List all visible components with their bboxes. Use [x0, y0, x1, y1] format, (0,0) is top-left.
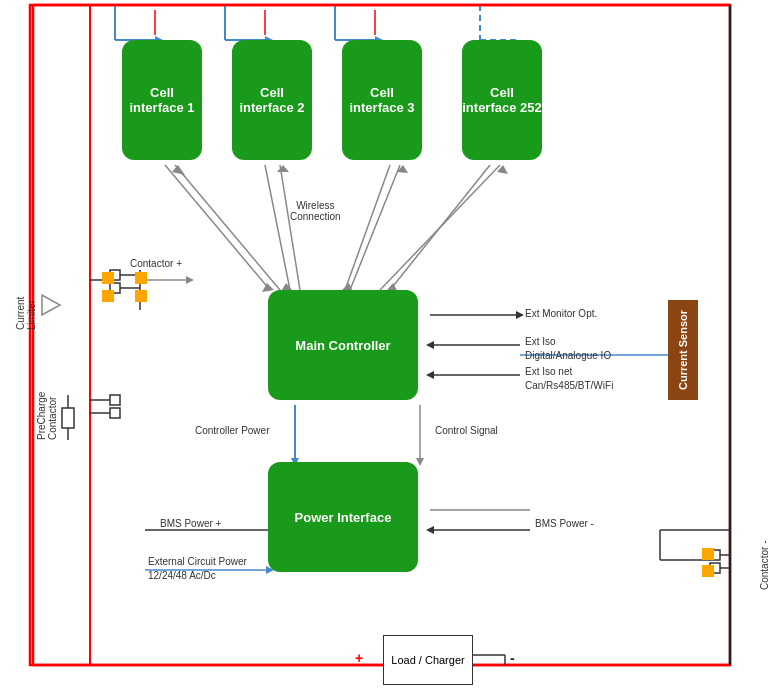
svg-marker-30: [277, 165, 289, 172]
svg-line-31: [350, 165, 400, 290]
svg-marker-53: [42, 295, 60, 315]
svg-rect-60: [110, 395, 120, 405]
svg-line-19: [165, 165, 270, 290]
svg-rect-68: [710, 563, 720, 573]
svg-line-23: [345, 165, 390, 290]
svg-marker-44: [416, 458, 424, 466]
svg-line-27: [175, 165, 280, 290]
svg-rect-82: [702, 565, 714, 577]
svg-line-29: [280, 165, 300, 290]
current-limiter-label: Current Limiter: [15, 270, 37, 330]
svg-marker-38: [426, 341, 434, 349]
svg-marker-47: [426, 526, 434, 534]
cell-interface-2: Cell interface 2: [232, 40, 312, 160]
svg-marker-40: [426, 371, 434, 379]
minus-symbol: -: [510, 650, 515, 666]
svg-rect-78: [102, 290, 114, 302]
svg-rect-65: [62, 408, 74, 428]
wireless-connection-label: WirelessConnection: [290, 200, 341, 222]
svg-marker-84: [186, 276, 194, 284]
cell-interface-3: Cell interface 3: [342, 40, 422, 160]
svg-line-21: [265, 165, 290, 290]
external-circuit-power-label: External Circuit Power12/24/48 Ac/Dc: [148, 555, 247, 583]
main-controller: Main Controller: [268, 290, 418, 400]
svg-marker-20: [262, 283, 274, 292]
ext-monitor-label: Ext Monitor Opt.: [525, 308, 597, 319]
svg-marker-28: [172, 165, 185, 175]
cell-interface-252: Cell interface 252: [462, 40, 542, 160]
load-charger-box: Load / Charger: [383, 635, 473, 685]
svg-marker-36: [516, 311, 524, 319]
bms-power-plus-label: BMS Power +: [160, 518, 221, 529]
svg-rect-67: [710, 550, 720, 560]
ext-iso-net-label: Ext Iso netCan/Rs485/BT/WiFi: [525, 365, 613, 393]
svg-rect-56: [110, 283, 120, 293]
control-signal-label: Control Signal: [435, 425, 498, 436]
controller-power-label: Controller Power: [195, 425, 269, 436]
svg-rect-55: [110, 270, 120, 280]
plus-symbol: +: [355, 650, 363, 666]
svg-line-33: [380, 165, 500, 290]
svg-rect-79: [135, 272, 147, 284]
ext-iso-digital-label: Ext IsoDigital/Analogue IO: [525, 335, 611, 363]
precharge-contactor-label: PreCharge Contactor: [36, 360, 58, 440]
svg-rect-81: [702, 548, 714, 560]
svg-rect-61: [110, 408, 120, 418]
diagram: Cell interface 1 Cell interface 2 Cell i…: [0, 0, 775, 696]
svg-rect-77: [102, 272, 114, 284]
svg-line-25: [390, 165, 490, 290]
contactor-plus-label: Contactor +: [130, 258, 182, 269]
bms-power-minus-label: BMS Power -: [535, 518, 594, 529]
power-interface: Power Interface: [268, 462, 418, 572]
svg-marker-34: [497, 165, 508, 174]
cell-interface-1: Cell interface 1: [122, 40, 202, 160]
svg-marker-32: [397, 165, 408, 173]
current-sensor: Current Sensor: [668, 300, 698, 400]
contactor-minus-label: Contactor -: [759, 530, 770, 590]
svg-rect-80: [135, 290, 147, 302]
